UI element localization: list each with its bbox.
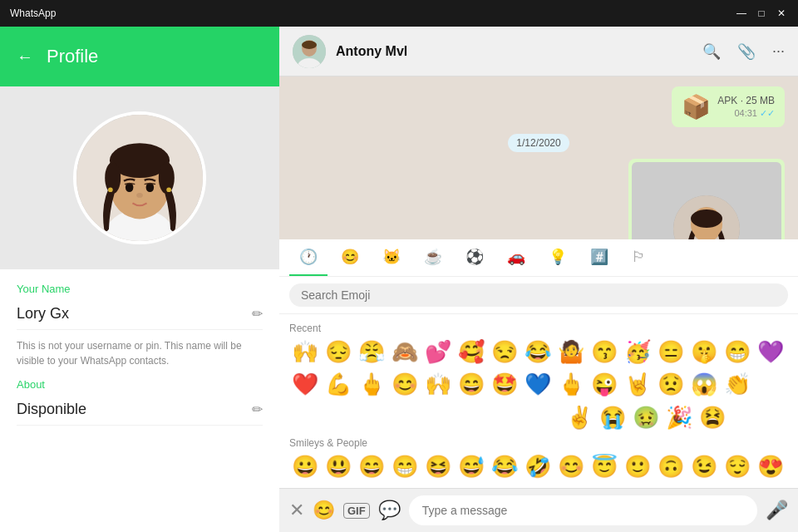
emoji-item[interactable]: 💕 xyxy=(422,337,454,367)
emoji-button[interactable]: 😊 xyxy=(313,500,335,521)
recent-emojis-row2: ❤️ 💪 🖕 😊 🙌 😄 🤩 💙 🖕 😜 🤘 😟 😱 👏 xyxy=(289,370,788,399)
emoji-item[interactable]: 🙈 xyxy=(389,337,421,367)
tab-symbols[interactable]: #️⃣ xyxy=(580,239,618,276)
app-title: WhatsApp xyxy=(10,7,56,19)
about-label: About xyxy=(17,378,263,391)
emoji-item[interactable]: 🎉 xyxy=(663,403,695,432)
microphone-icon[interactable]: 🎤 xyxy=(766,500,788,521)
emoji-item[interactable]: 😍 xyxy=(755,452,786,481)
emoji-item[interactable]: 💪 xyxy=(323,370,354,399)
svg-point-18 xyxy=(691,209,722,228)
tab-food[interactable]: ☕ xyxy=(414,239,452,276)
emoji-item[interactable]: 😊 xyxy=(389,370,421,399)
emoji-category-tabs: 🕐 😊 🐱 ☕ ⚽ 🚗 💡 #️⃣ 🏳 xyxy=(279,239,798,277)
emoji-item[interactable]: 😄 xyxy=(456,370,487,399)
title-bar: WhatsApp — □ ✕ xyxy=(0,0,798,27)
close-button[interactable]: ✕ xyxy=(775,7,788,19)
tab-sports[interactable]: ⚽ xyxy=(456,239,494,276)
emoji-item[interactable]: 😉 xyxy=(688,452,720,481)
emoji-item[interactable]: 🤩 xyxy=(489,370,520,399)
recent-label: Recent xyxy=(289,323,788,334)
emoji-item[interactable]: 🙂 xyxy=(622,452,653,481)
more-options-icon[interactable]: ··· xyxy=(772,42,785,60)
emoji-item[interactable]: 😅 xyxy=(456,452,487,481)
emoji-item[interactable]: 😜 xyxy=(589,370,620,399)
profile-avatar-section xyxy=(0,86,279,269)
emoji-item[interactable]: 🙌 xyxy=(422,370,454,399)
emoji-item[interactable]: 😂 xyxy=(522,337,554,367)
tab-flags[interactable]: 🏳 xyxy=(622,240,657,276)
emoji-item[interactable]: 😑 xyxy=(655,337,687,367)
emoji-item[interactable]: 🤢 xyxy=(630,403,662,432)
emoji-item[interactable]: 😌 xyxy=(722,452,753,481)
emoji-item[interactable]: 🤫 xyxy=(688,337,720,367)
chat-header: Antony Mvl 🔍 📎 ··· xyxy=(279,27,798,76)
svg-point-11 xyxy=(166,187,171,192)
emoji-item[interactable]: 🙃 xyxy=(655,452,687,481)
message-input[interactable] xyxy=(409,495,757,525)
tab-objects[interactable]: 💡 xyxy=(539,239,577,276)
tab-smileys[interactable]: 😊 xyxy=(331,239,369,276)
emoji-search-bar xyxy=(279,277,798,314)
emoji-item[interactable]: 😂 xyxy=(489,452,520,481)
emoji-item[interactable]: 🤷 xyxy=(555,337,587,367)
emoji-item[interactable]: 💜 xyxy=(755,337,786,367)
main-content: ← Profile xyxy=(0,27,798,532)
date-bubble: 1/12/2020 xyxy=(508,134,569,152)
edit-name-icon[interactable]: ✏ xyxy=(252,306,263,322)
emoji-item[interactable]: 😇 xyxy=(589,452,620,481)
recent-emojis-row3: ✌️ 😭 🤢 🎉 😫 xyxy=(289,403,788,432)
emoji-item[interactable]: 😭 xyxy=(597,403,628,432)
profile-name: Lory Gx xyxy=(17,305,69,323)
emoji-item[interactable]: 🤘 xyxy=(622,370,653,399)
file-time: 04:31 ✓✓ xyxy=(717,108,775,119)
window-controls: — □ ✕ xyxy=(735,7,788,19)
chat-panel: Antony Mvl 🔍 📎 ··· 📦 APK · 25 MB 04:31 ✓… xyxy=(279,27,798,532)
svg-point-9 xyxy=(136,193,143,198)
emoji-item[interactable]: 😟 xyxy=(655,370,687,399)
emoji-item[interactable]: 🥰 xyxy=(456,337,487,367)
emoji-search-input[interactable] xyxy=(289,283,788,307)
svg-point-10 xyxy=(108,187,113,192)
emoji-item[interactable]: 🥳 xyxy=(622,337,653,367)
name-row: Lory Gx ✏ xyxy=(17,298,263,330)
tab-travel[interactable]: 🚗 xyxy=(497,239,535,276)
emoji-item[interactable]: 🙌 xyxy=(289,337,321,367)
emoji-item[interactable]: 😱 xyxy=(688,370,720,399)
emoji-item[interactable]: 😆 xyxy=(422,452,454,481)
recent-emojis-row: 🙌 😔 😤 🙈 💕 🥰 😒 😂 🤷 😙 🥳 😑 🤫 😁 💜 xyxy=(289,337,788,367)
minimize-button[interactable]: — xyxy=(735,7,748,19)
sticker-icon[interactable]: 💬 xyxy=(378,500,401,521)
about-row: Disponible ✏ xyxy=(17,394,263,426)
emoji-item[interactable]: 🖕 xyxy=(555,370,587,399)
emoji-item[interactable]: 😙 xyxy=(589,337,620,367)
svg-point-6 xyxy=(159,162,175,194)
emoji-item[interactable]: 🖕 xyxy=(356,370,387,399)
search-icon[interactable]: 🔍 xyxy=(702,42,721,61)
emoji-item[interactable]: 😁 xyxy=(389,452,421,481)
emoji-item[interactable]: 🤣 xyxy=(522,452,554,481)
emoji-item[interactable]: 😄 xyxy=(356,452,387,481)
emoji-item[interactable]: 😁 xyxy=(722,337,753,367)
emoji-item[interactable]: 😊 xyxy=(555,452,587,481)
emoji-item[interactable]: 😀 xyxy=(289,452,321,481)
emoji-item[interactable]: 😒 xyxy=(489,337,520,367)
emoji-item[interactable]: ✌️ xyxy=(564,403,595,432)
tab-animals[interactable]: 🐱 xyxy=(372,239,411,276)
avatar[interactable] xyxy=(73,111,206,244)
emoji-item[interactable]: 😫 xyxy=(697,403,728,432)
gif-button[interactable]: GIF xyxy=(343,503,370,519)
emoji-item[interactable]: 💙 xyxy=(522,370,554,399)
image-content: ⬇ xyxy=(632,162,781,239)
back-button[interactable]: ← xyxy=(17,47,33,66)
maximize-button[interactable]: □ xyxy=(755,7,768,19)
emoji-item[interactable]: ❤️ xyxy=(289,370,321,399)
emoji-item[interactable]: 😤 xyxy=(356,337,387,367)
emoji-item[interactable]: 👏 xyxy=(722,370,753,399)
emoji-item[interactable]: 😔 xyxy=(323,337,354,367)
attach-icon[interactable]: 📎 xyxy=(737,42,756,61)
emoji-item[interactable]: 😃 xyxy=(323,452,354,481)
tab-recent[interactable]: 🕐 xyxy=(289,239,328,276)
edit-about-icon[interactable]: ✏ xyxy=(252,401,263,417)
close-emoji-icon[interactable]: ✕ xyxy=(289,500,304,521)
